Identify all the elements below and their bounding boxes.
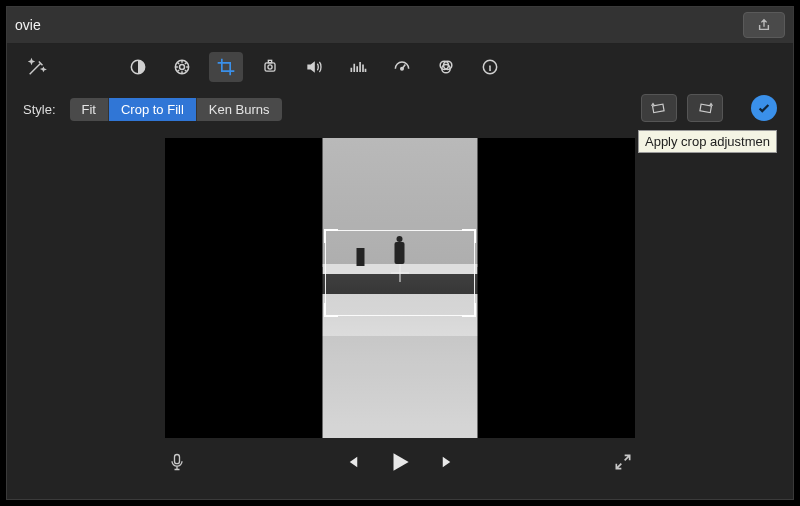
clip-filter-icon xyxy=(436,57,456,77)
enhance-button[interactable] xyxy=(23,53,51,81)
volume-icon xyxy=(304,57,324,77)
share-icon xyxy=(757,18,771,32)
style-option-ken-burns[interactable]: Ken Burns xyxy=(197,98,282,121)
transport-bar xyxy=(7,439,793,487)
volume-button[interactable] xyxy=(297,52,331,82)
next-frame-button[interactable] xyxy=(439,453,457,474)
fullscreen-icon xyxy=(613,452,633,472)
svg-rect-3 xyxy=(265,63,275,71)
svg-rect-4 xyxy=(268,60,271,63)
clip-filter-button[interactable] xyxy=(429,52,463,82)
color-balance-button[interactable] xyxy=(121,52,155,82)
prev-frame-button[interactable] xyxy=(343,453,361,474)
share-button[interactable] xyxy=(743,12,785,38)
svg-point-6 xyxy=(401,67,404,70)
preview-clip xyxy=(323,138,478,438)
crop-style-bar: Style: Fit Crop to Fill Ken Burns xyxy=(7,90,793,128)
rotate-cw-icon xyxy=(696,101,714,115)
speed-icon xyxy=(392,57,412,77)
rotate-ccw-icon xyxy=(650,101,668,115)
adjustments-toolbar xyxy=(7,44,793,90)
apply-crop-button[interactable] xyxy=(751,95,777,121)
titlebar: ovie xyxy=(7,7,793,44)
next-frame-icon xyxy=(439,453,457,471)
rotate-cw-button[interactable] xyxy=(687,94,723,122)
color-correction-icon xyxy=(172,57,192,77)
speed-button[interactable] xyxy=(385,52,419,82)
rotate-ccw-button[interactable] xyxy=(641,94,677,122)
style-segmented-control: Fit Crop to Fill Ken Burns xyxy=(70,98,282,121)
checkmark-icon xyxy=(757,101,771,115)
svg-rect-13 xyxy=(175,454,180,463)
stabilization-icon xyxy=(260,57,280,77)
style-option-fit[interactable]: Fit xyxy=(70,98,109,121)
stabilization-button[interactable] xyxy=(253,52,287,82)
svg-point-2 xyxy=(180,65,185,70)
color-correction-button[interactable] xyxy=(165,52,199,82)
crop-button[interactable] xyxy=(209,52,243,82)
svg-point-5 xyxy=(268,65,272,69)
style-option-crop-to-fill[interactable]: Crop to Fill xyxy=(109,98,197,121)
voiceover-mic-icon xyxy=(167,452,187,472)
fullscreen-button[interactable] xyxy=(613,452,633,475)
voiceover-button[interactable] xyxy=(167,452,187,475)
color-balance-icon xyxy=(128,57,148,77)
preview-viewer[interactable] xyxy=(165,138,635,438)
prev-frame-icon xyxy=(343,453,361,471)
clip-info-icon xyxy=(480,57,500,77)
play-button[interactable] xyxy=(387,449,413,478)
clip-info-button[interactable] xyxy=(473,52,507,82)
play-icon xyxy=(387,449,413,475)
noise-eq-icon xyxy=(348,57,368,77)
magic-wand-icon xyxy=(26,56,48,78)
noise-eq-button[interactable] xyxy=(341,52,375,82)
style-label: Style: xyxy=(23,102,56,117)
apply-crop-tooltip: Apply crop adjustmen xyxy=(638,130,777,153)
crop-icon xyxy=(216,57,236,77)
window-title: ovie xyxy=(15,17,41,33)
